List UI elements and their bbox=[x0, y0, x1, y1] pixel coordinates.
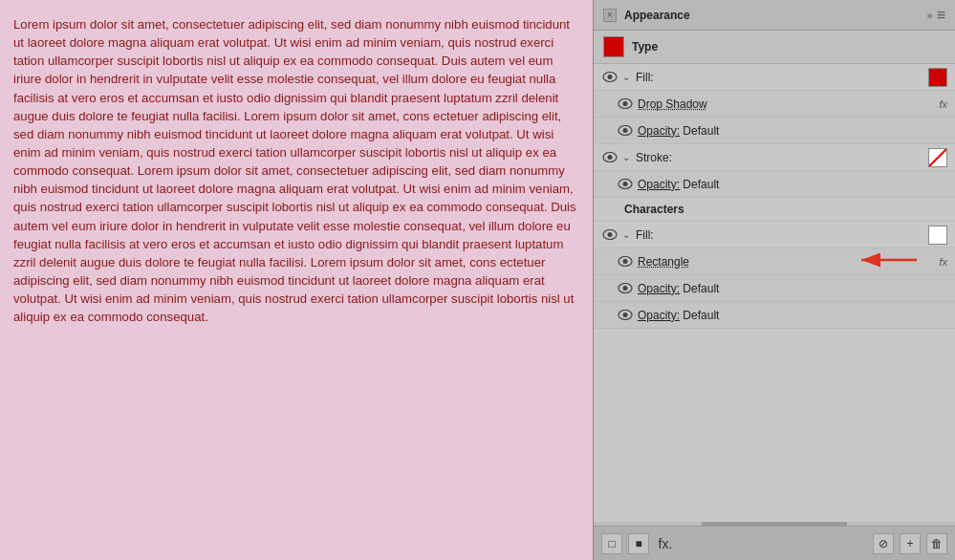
opacity-row-3: Opacity: Default bbox=[594, 275, 955, 302]
drop-shadow-label[interactable]: Drop Shadow bbox=[638, 97, 935, 111]
rectangle-visibility-eye[interactable] bbox=[617, 255, 634, 269]
panel-body: Type ⌄ Fill: Drop Shadow fx bbox=[594, 31, 955, 522]
toolbar-add-icon[interactable]: + bbox=[900, 533, 921, 554]
characters-fill-row: ⌄ Fill: bbox=[594, 222, 955, 248]
toolbar-square-icon[interactable]: □ bbox=[601, 533, 622, 554]
drop-shadow-row: Drop Shadow fx bbox=[594, 91, 955, 118]
toolbar-solid-square-icon[interactable]: ■ bbox=[628, 533, 649, 554]
stroke-visibility-eye[interactable] bbox=[601, 151, 619, 164]
svg-point-9 bbox=[623, 182, 628, 186]
svg-point-13 bbox=[623, 259, 628, 264]
rectangle-label[interactable]: Rectangle bbox=[638, 255, 935, 269]
opacity-3-label: Opacity: Default bbox=[638, 282, 947, 295]
lorem-ipsum-text: Lorem ipsum dolor sit amet, consectetuer… bbox=[13, 15, 579, 326]
opacity-4-visibility-eye[interactable] bbox=[617, 309, 634, 322]
svg-point-3 bbox=[623, 101, 628, 106]
panel-menu-button[interactable]: ≡ bbox=[937, 7, 945, 24]
panel-toolbar: □ ■ fx. ⊘ + 🗑 bbox=[594, 526, 955, 560]
svg-point-5 bbox=[623, 128, 628, 133]
opacity-3-visibility-eye[interactable] bbox=[617, 282, 634, 295]
characters-section-header: Characters bbox=[594, 198, 955, 222]
fill-visibility-eye[interactable] bbox=[601, 71, 619, 84]
fill-label: Fill: bbox=[636, 71, 922, 84]
characters-fill-chevron[interactable]: ⌄ bbox=[622, 229, 632, 240]
drop-shadow-visibility-eye[interactable] bbox=[617, 97, 634, 111]
svg-point-1 bbox=[608, 75, 613, 79]
opacity-row-4: Opacity: Default bbox=[594, 302, 955, 329]
opacity-row-2: Opacity: Default bbox=[594, 171, 955, 198]
svg-point-11 bbox=[608, 232, 613, 237]
scroll-indicator[interactable] bbox=[594, 522, 955, 526]
svg-point-18 bbox=[623, 312, 628, 317]
type-color-swatch[interactable] bbox=[603, 36, 624, 57]
toolbar-prohibit-icon[interactable]: ⊘ bbox=[873, 533, 894, 554]
panel-title: Appearance bbox=[624, 9, 920, 22]
type-section-label: Type bbox=[632, 40, 658, 54]
drop-shadow-fx-label: fx bbox=[939, 98, 947, 110]
type-section-header: Type bbox=[594, 31, 955, 64]
opacity-4-label: Opacity: Default bbox=[638, 309, 947, 322]
characters-fill-eye[interactable] bbox=[601, 228, 619, 242]
opacity-row-1: Opacity: Default bbox=[594, 118, 955, 144]
panel-close-button[interactable]: × bbox=[603, 9, 617, 22]
opacity-1-label: Opacity: Default bbox=[638, 124, 947, 138]
toolbar-delete-icon[interactable]: 🗑 bbox=[926, 533, 947, 554]
fill-color-swatch[interactable] bbox=[928, 68, 947, 87]
fill-chevron[interactable]: ⌄ bbox=[622, 72, 632, 82]
stroke-chevron[interactable]: ⌄ bbox=[622, 152, 632, 162]
characters-fill-label: Fill: bbox=[636, 228, 922, 242]
appearance-panel: × Appearance » ≡ Type ⌄ Fill: bbox=[593, 0, 955, 560]
panel-header: × Appearance » ≡ bbox=[594, 0, 955, 31]
rectangle-fx-label: fx bbox=[939, 256, 947, 268]
rectangle-row: Rectangle fx bbox=[594, 248, 955, 275]
svg-point-16 bbox=[623, 286, 628, 291]
toolbar-fx-button[interactable]: fx. bbox=[655, 533, 676, 554]
stroke-row: ⌄ Stroke: bbox=[594, 144, 955, 171]
stroke-label: Stroke: bbox=[636, 151, 922, 164]
fill-row: ⌄ Fill: bbox=[594, 64, 955, 91]
opacity-2-label: Opacity: Default bbox=[638, 178, 947, 191]
opacity-2-visibility-eye[interactable] bbox=[617, 178, 634, 191]
characters-fill-swatch[interactable] bbox=[928, 226, 947, 245]
opacity-1-visibility-eye[interactable] bbox=[617, 124, 634, 138]
svg-point-7 bbox=[608, 155, 613, 160]
panel-expand-button[interactable]: » bbox=[927, 10, 933, 21]
characters-label: Characters bbox=[624, 203, 684, 216]
stroke-color-swatch[interactable] bbox=[928, 148, 947, 167]
text-panel: Lorem ipsum dolor sit amet, consectetuer… bbox=[0, 0, 593, 560]
